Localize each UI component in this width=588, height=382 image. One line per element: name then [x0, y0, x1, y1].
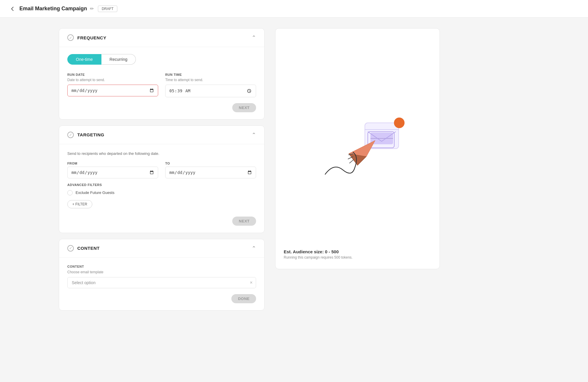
run-date-input[interactable] [67, 85, 158, 96]
run-date-time-row: RUN DATE Date to attempt to send. RUN TI… [67, 73, 256, 97]
content-card: ✓ CONTENT ⌃ CONTENT Choose email templat… [59, 239, 265, 311]
frequency-toggle: One-time Recurring [67, 54, 256, 65]
frequency-next-row: NEXT [67, 103, 256, 112]
run-time-group: RUN TIME Time to attempt to send. [165, 73, 256, 97]
content-card-header: ✓ CONTENT ⌃ [59, 239, 264, 258]
page-title: Email Marketing Campaign [19, 6, 87, 12]
targeting-card: ✓ TARGETING ⌃ Send to recipients who dep… [59, 125, 265, 233]
content-done-row: DONE [67, 294, 256, 303]
recurring-button[interactable]: Recurring [101, 54, 136, 65]
back-button[interactable] [9, 6, 15, 12]
frequency-title: FREQUENCY [77, 35, 106, 40]
frequency-card-header: ✓ FREQUENCY ⌃ [59, 29, 264, 47]
frequency-next-button[interactable]: NEXT [232, 103, 256, 112]
template-select[interactable]: Select option [67, 277, 256, 288]
run-time-input[interactable] [165, 85, 256, 97]
from-label: FROM [67, 162, 158, 165]
illustration-area [275, 29, 440, 243]
frequency-card-body: One-time Recurring RUN DATE Date to atte… [59, 47, 264, 119]
advanced-filters-section: ADVANCED FILTERS Exclude Future Guests [67, 183, 256, 195]
content-sublabel: Choose email template [67, 270, 256, 274]
audience-note: Running this campaign requires 500 token… [284, 255, 431, 259]
targeting-card-header: ✓ TARGETING ⌃ [59, 126, 264, 144]
content-check-icon: ✓ [67, 245, 74, 252]
exclude-future-guests-row: Exclude Future Guests [67, 190, 256, 195]
content-card-body: CONTENT Choose email template Select opt… [59, 258, 264, 310]
content-done-button[interactable]: DONE [231, 294, 256, 303]
run-date-sublabel: Date to attempt to send. [67, 78, 158, 82]
left-panel: ✓ FREQUENCY ⌃ One-time Recurring RUN DAT… [59, 28, 265, 311]
content-inner-label: CONTENT [67, 265, 256, 268]
email-illustration [308, 95, 407, 189]
run-date-group: RUN DATE Date to attempt to send. [67, 73, 158, 97]
header: Email Marketing Campaign ✏ DRAFT [0, 0, 588, 18]
to-date-input[interactable] [165, 167, 256, 178]
exclude-future-guests-checkbox[interactable] [67, 190, 73, 195]
edit-icon[interactable]: ✏ [90, 6, 94, 11]
one-time-button[interactable]: One-time [67, 54, 101, 65]
frequency-collapse-icon[interactable]: ⌃ [252, 34, 256, 41]
targeting-title: TARGETING [77, 132, 104, 137]
add-filter-button[interactable]: + FILTER [67, 200, 92, 208]
right-panel: Est. Audience size: 0 - 500 Running this… [275, 28, 440, 269]
targeting-next-row: NEXT [67, 217, 256, 226]
from-date-input[interactable] [67, 167, 158, 178]
exclude-future-guests-label: Exclude Future Guests [76, 190, 114, 195]
campaign-illustration-svg [308, 95, 407, 189]
targeting-collapse-icon[interactable]: ⌃ [252, 132, 256, 138]
from-group: FROM [67, 162, 158, 178]
content-title: CONTENT [77, 246, 100, 251]
frequency-card: ✓ FREQUENCY ⌃ One-time Recurring RUN DAT… [59, 28, 265, 120]
targeting-check-icon: ✓ [67, 132, 74, 138]
targeting-description: Send to recipients who departed on the f… [67, 151, 256, 156]
run-time-sublabel: Time to attempt to send. [165, 78, 256, 82]
svg-line-10 [350, 160, 354, 163]
date-range-row: FROM TO [67, 162, 256, 178]
run-date-label: RUN DATE [67, 73, 158, 76]
template-select-wrapper: Select option × [67, 277, 256, 288]
frequency-check-icon: ✓ [67, 34, 74, 41]
to-group: TO [165, 162, 256, 178]
frequency-header-left: ✓ FREQUENCY [67, 34, 106, 41]
targeting-next-button[interactable]: NEXT [232, 217, 256, 226]
run-time-label: RUN TIME [165, 73, 256, 76]
targeting-card-body: Send to recipients who departed on the f… [59, 144, 264, 233]
select-clear-icon[interactable]: × [250, 280, 253, 285]
audience-size-label: Est. Audience size: 0 - 500 [284, 249, 431, 254]
to-label: TO [165, 162, 256, 165]
svg-point-5 [394, 118, 405, 128]
main-layout: ✓ FREQUENCY ⌃ One-time Recurring RUN DAT… [0, 18, 588, 321]
content-header-left: ✓ CONTENT [67, 245, 100, 252]
audience-info: Est. Audience size: 0 - 500 Running this… [275, 243, 440, 259]
advanced-filters-label: ADVANCED FILTERS [67, 183, 256, 187]
draft-badge: DRAFT [98, 6, 117, 12]
targeting-header-left: ✓ TARGETING [67, 132, 104, 138]
content-collapse-icon[interactable]: ⌃ [252, 245, 256, 252]
